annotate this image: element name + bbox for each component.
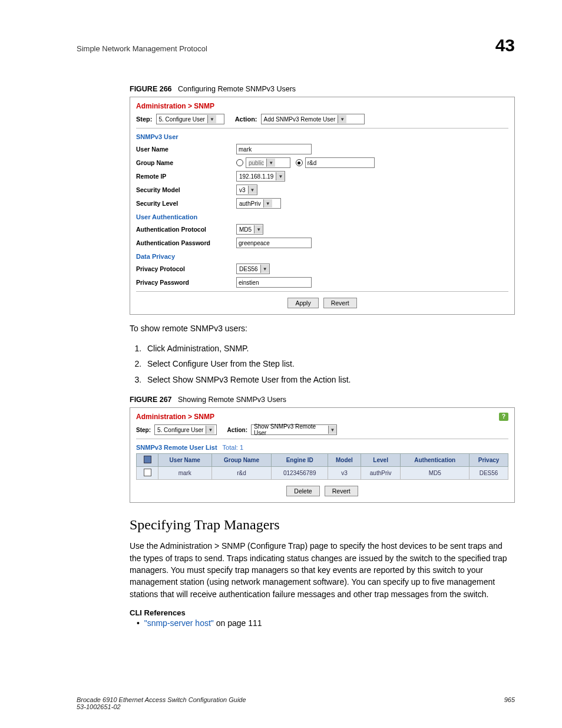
list-title: SNMPv3 Remote User List: [136, 444, 217, 451]
step-value-2: 5. Configure User: [157, 427, 203, 433]
remote-ip-select[interactable]: 192.168.1.19 ▼: [236, 171, 285, 182]
running-header: Simple Network Management Protocol: [77, 44, 207, 53]
chevron-down-icon: ▼: [260, 265, 269, 273]
group-custom-input[interactable]: [305, 157, 375, 168]
chevron-down-icon: ▼: [206, 426, 214, 434]
cell-privacy: DES56: [470, 467, 508, 480]
section-user-auth: User Authentication: [136, 213, 508, 220]
chevron-down-icon: ▼: [328, 426, 336, 434]
privacy-protocol-value: DES56: [239, 266, 258, 272]
chevron-down-icon: ▼: [207, 115, 216, 123]
chevron-down-icon: ▼: [254, 225, 263, 233]
auth-protocol-value: MD5: [239, 226, 252, 233]
privacy-password-label: Privacy Password: [136, 279, 236, 286]
chevron-down-icon: ▼: [276, 172, 285, 180]
remote-ip-label: Remote IP: [136, 173, 236, 180]
chevron-down-icon: ▼: [338, 115, 346, 123]
table-row: mark r&d 0123456789 v3 authPriv MD5 DES5…: [137, 467, 508, 480]
chevron-down-icon: ▼: [263, 199, 272, 207]
step-1: Click Administration, SNMP.: [144, 341, 515, 357]
action-select[interactable]: Add SNMPv3 Remote User ▼: [261, 114, 365, 124]
cell-authentication: MD5: [401, 467, 470, 480]
col-engine-id: Engine ID: [272, 454, 328, 467]
chapter-number: 43: [495, 35, 515, 55]
security-level-label: Security Level: [136, 200, 236, 207]
revert-button-2[interactable]: Revert: [325, 486, 358, 496]
cell-user-name: mark: [158, 467, 212, 480]
privacy-password-input[interactable]: [236, 277, 312, 288]
row-checkbox[interactable]: [144, 469, 151, 476]
cell-group-name: r&d: [211, 467, 272, 480]
col-user-name: User Name: [158, 454, 212, 467]
footer-docnum: 53-1002651-02: [77, 703, 246, 710]
cell-level: authPriv: [361, 467, 400, 480]
steps-list: Click Administration, SNMP. Select Confi…: [130, 341, 515, 388]
col-group-name: Group Name: [211, 454, 272, 467]
user-name-label: User Name: [136, 146, 236, 153]
revert-button[interactable]: Revert: [323, 298, 357, 308]
group-public-radio[interactable]: [236, 159, 243, 166]
group-public-value: public: [249, 160, 264, 166]
security-level-select[interactable]: authPriv ▼: [236, 198, 281, 209]
col-level: Level: [361, 454, 400, 467]
apply-button[interactable]: Apply: [287, 298, 318, 308]
step-3: Select Show SNMPv3 Remote User from the …: [144, 372, 515, 388]
step-label: Step:: [136, 116, 153, 123]
action-label: Action:: [235, 116, 257, 123]
select-all-checkbox[interactable]: [144, 456, 151, 463]
step-value: 5. Configure User: [159, 116, 205, 123]
list-panel: ? Administration > SNMP Step: 5. Configu…: [130, 407, 515, 503]
auth-password-input[interactable]: [236, 238, 312, 248]
privacy-protocol-select[interactable]: DES56 ▼: [236, 263, 270, 274]
step-select[interactable]: 5. Configure User ▼: [156, 114, 224, 124]
section-data-privacy: Data Privacy: [136, 253, 508, 260]
privacy-protocol-label: Privacy Protocol: [136, 265, 236, 272]
list-total: Total: 1: [223, 444, 243, 451]
user-name-input[interactable]: [236, 144, 312, 154]
action-value-2: Show SNMPv3 Remote User: [254, 423, 326, 436]
table-header-row: User Name Group Name Engine ID Model Lev…: [137, 454, 508, 467]
cli-link[interactable]: "snmp-server host": [144, 618, 214, 628]
group-name-label: Group Name: [136, 159, 236, 166]
action-select-2[interactable]: Show SNMPv3 Remote User ▼: [251, 424, 337, 435]
figure-267-label: FIGURE 267: [130, 396, 172, 404]
auth-protocol-select[interactable]: MD5 ▼: [236, 224, 263, 235]
cell-engine-id: 0123456789: [272, 467, 328, 480]
cell-model: v3: [328, 467, 361, 480]
section-snmpv3-user: SNMPv3 User: [136, 133, 508, 140]
footer-title: Brocade 6910 Ethernet Access Switch Conf…: [77, 696, 246, 703]
action-value: Add SNMPv3 Remote User: [264, 116, 336, 123]
security-model-select[interactable]: v3 ▼: [236, 185, 257, 195]
figure-266-caption: FIGURE 266 Configuring Remote SNMPv3 Use…: [130, 85, 515, 93]
section-paragraph: Use the Administration > SNMP (Configure…: [130, 540, 515, 599]
chevron-down-icon: ▼: [266, 159, 275, 167]
step-2: Select Configure User from the Step list…: [144, 356, 515, 372]
intro-show-users: To show remote SNMPv3 users:: [130, 323, 515, 335]
auth-protocol-label: Authentication Protocol: [136, 226, 236, 233]
col-authentication: Authentication: [401, 454, 470, 467]
breadcrumb: Administration > SNMP: [136, 102, 508, 110]
figure-266-label: FIGURE 266: [130, 85, 172, 93]
figure-267-title: Showing Remote SNMPv3 Users: [178, 396, 286, 404]
group-custom-radio[interactable]: [296, 159, 303, 166]
step-select-2[interactable]: 5. Configure User ▼: [154, 424, 217, 435]
step-label-2: Step:: [136, 427, 151, 433]
figure-267-caption: FIGURE 267 Showing Remote SNMPv3 Users: [130, 396, 515, 404]
security-model-value: v3: [239, 187, 246, 193]
section-heading: Specifying Trap Managers: [130, 517, 515, 533]
delete-button[interactable]: Delete: [286, 486, 319, 496]
group-public-select[interactable]: public ▼: [246, 157, 290, 168]
user-table: User Name Group Name Engine ID Model Lev…: [136, 453, 508, 480]
figure-266-title: Configuring Remote SNMPv3 Users: [178, 85, 296, 93]
remote-ip-value: 192.168.1.19: [239, 173, 273, 180]
action-label-2: Action:: [227, 427, 247, 433]
help-icon[interactable]: ?: [499, 413, 508, 421]
cli-link-suffix: on page 111: [214, 618, 262, 628]
cli-reference-item: • "snmp-server host" on page 111: [137, 618, 515, 628]
col-privacy: Privacy: [470, 454, 508, 467]
security-model-label: Security Model: [136, 186, 236, 193]
cli-references-heading: CLI References: [130, 608, 515, 617]
auth-password-label: Authentication Password: [136, 239, 236, 246]
chevron-down-icon: ▼: [248, 186, 257, 194]
page-number: 965: [504, 696, 515, 710]
